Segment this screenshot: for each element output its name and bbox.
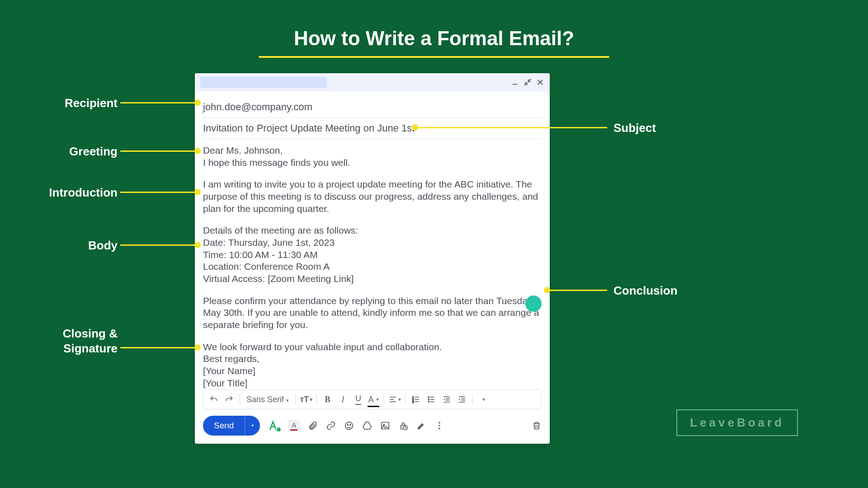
action-toolbar: Send A (195, 416, 550, 444)
connector-dot (194, 99, 201, 106)
closing-line1: We look forward to your valuable input a… (203, 341, 542, 353)
annotation-conclusion: Conclusion (613, 284, 678, 298)
body-date: Date: Thursday, June 1st, 2023 (203, 237, 542, 249)
minimize-icon[interactable] (511, 78, 519, 86)
connector-line (415, 127, 607, 128)
confidential-icon[interactable] (398, 421, 408, 431)
italic-button[interactable]: I (336, 393, 349, 406)
body-time: Time: 10:00 AM - 11:30 AM (203, 249, 542, 261)
image-icon[interactable] (380, 421, 390, 431)
closing-line4: [Your Title] (203, 377, 542, 389)
formatting-toolbar: Sans Serif ▾ тT▾ B I U A▾ ▾ 123 ▾ (203, 389, 542, 409)
indent-more-button[interactable] (455, 393, 469, 406)
connector-dot (544, 287, 550, 293)
svg-point-40 (439, 428, 441, 430)
indent-less-button[interactable] (440, 393, 453, 406)
spellcheck-icon[interactable] (268, 420, 280, 432)
align-button[interactable]: ▾ (388, 393, 401, 406)
greeting-line2: I hope this message finds you well. (203, 157, 542, 169)
intro-paragraph: I am writing to invite you to a project … (203, 178, 542, 215)
close-icon[interactable] (536, 78, 544, 86)
subject-placeholder (200, 77, 327, 88)
title-underline (259, 56, 609, 58)
emoji-icon[interactable] (344, 421, 354, 431)
connector-line (120, 192, 198, 193)
connector-line (120, 244, 198, 246)
chevron-down-icon: ▾ (285, 397, 289, 404)
svg-point-31 (348, 424, 349, 425)
body-details-header: Details of the meeting are as follows: (203, 225, 542, 237)
connector-dot (194, 148, 201, 154)
numbered-list-button[interactable]: 123 (409, 393, 423, 406)
conclusion-paragraph: Please confirm your attendance by replyi… (203, 295, 542, 331)
svg-point-16 (428, 399, 429, 400)
greeting-line: Dear Ms. Johnson, (203, 145, 542, 157)
svg-point-35 (383, 424, 385, 426)
svg-point-18 (428, 401, 429, 403)
font-selector[interactable]: Sans Serif ▾ (244, 395, 292, 404)
annotation-greeting: Greeting (0, 145, 118, 159)
closing-line2: Best regards, (203, 353, 542, 365)
connector-line (120, 347, 198, 348)
closing-line3: [Your Name] (203, 365, 542, 377)
text-color-button[interactable]: A▾ (367, 393, 380, 406)
connector-dot (194, 242, 201, 248)
more-formatting-button[interactable]: ▾ (476, 393, 490, 406)
link-icon[interactable] (326, 421, 336, 431)
window-titlebar (195, 73, 550, 91)
send-options-button[interactable] (245, 416, 260, 436)
svg-marker-28 (251, 425, 254, 427)
annotation-body: Body (0, 239, 118, 253)
drive-icon[interactable] (362, 421, 372, 431)
svg-point-30 (345, 422, 353, 430)
redo-button[interactable] (222, 393, 236, 406)
email-body-editor[interactable]: Dear Ms. Johnson, I hope this message fi… (195, 139, 550, 389)
connector-dot (194, 189, 201, 195)
underline-button[interactable]: U (351, 393, 365, 406)
email-compose-window: john.doe@company.com Invitation to Proje… (195, 73, 550, 444)
svg-text:3: 3 (412, 400, 414, 404)
annotation-introduction: Introduction (0, 186, 118, 200)
body-location: Location: Conference Room A (203, 261, 542, 273)
bullet-list-button[interactable] (425, 393, 438, 406)
bold-button[interactable]: B (321, 393, 334, 406)
svg-point-14 (428, 397, 429, 398)
subject-field[interactable]: Invitation to Project Update Meeting on … (203, 117, 542, 139)
annotation-closing: Closing & Signature (0, 326, 118, 356)
shrink-icon[interactable] (524, 78, 532, 86)
connector-line (120, 150, 198, 152)
connector-dot (412, 124, 418, 131)
svg-point-32 (350, 424, 351, 425)
font-name: Sans Serif (246, 395, 284, 404)
signature-icon[interactable] (416, 421, 426, 431)
recipient-field[interactable]: john.doe@company.com (203, 97, 542, 117)
connector-line (120, 102, 198, 103)
undo-button[interactable] (207, 393, 221, 406)
annotation-recipient: Recipient (0, 96, 118, 110)
body-virtual: Virtual Access: [Zoom Meeting Link] (203, 273, 542, 285)
annotation-closing-text: Closing & Signature (63, 327, 118, 355)
annotation-subject: Subject (613, 121, 656, 135)
delete-icon[interactable] (532, 421, 542, 431)
connector-line (547, 290, 607, 291)
grammarly-icon[interactable] (525, 296, 542, 312)
more-options-icon[interactable] (434, 421, 444, 431)
page-title: How to Write a Formal Email? (294, 27, 574, 50)
svg-marker-33 (363, 422, 371, 430)
attachment-icon[interactable] (308, 421, 318, 431)
svg-point-38 (439, 422, 441, 424)
font-size-button[interactable]: тT▾ (299, 393, 313, 406)
brand-logo: LeaveBoard (676, 409, 798, 436)
text-color-button-2[interactable]: A (288, 420, 300, 432)
svg-point-39 (439, 425, 441, 427)
connector-dot (194, 344, 201, 351)
send-button[interactable]: Send (203, 416, 245, 436)
